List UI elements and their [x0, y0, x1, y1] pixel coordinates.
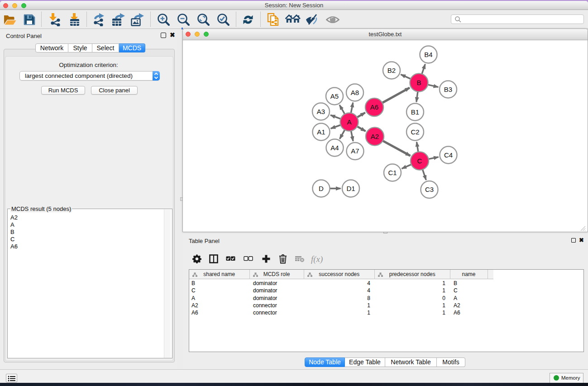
svg-text:C2: C2: [411, 128, 419, 136]
svg-text:A6: A6: [370, 103, 378, 111]
svg-text:A2: A2: [371, 133, 379, 140]
svg-text:A5: A5: [330, 92, 339, 100]
svg-text:B4: B4: [424, 51, 432, 58]
svg-text:B: B: [416, 79, 421, 86]
svg-text:A1: A1: [317, 128, 325, 136]
svg-text:C3: C3: [425, 186, 434, 193]
svg-text:A7: A7: [351, 147, 359, 155]
svg-text:B2: B2: [387, 67, 396, 74]
svg-text:A3: A3: [317, 108, 325, 115]
svg-text:A4: A4: [330, 144, 339, 152]
svg-text:A: A: [347, 118, 351, 126]
svg-text:D1: D1: [346, 185, 355, 192]
svg-text:C4: C4: [444, 151, 453, 159]
svg-text:C1: C1: [388, 169, 397, 176]
svg-text:A8: A8: [351, 89, 359, 96]
svg-text:C: C: [417, 157, 422, 165]
svg-text:B1: B1: [411, 108, 419, 116]
svg-text:D: D: [319, 185, 324, 192]
svg-text:B3: B3: [444, 86, 452, 93]
